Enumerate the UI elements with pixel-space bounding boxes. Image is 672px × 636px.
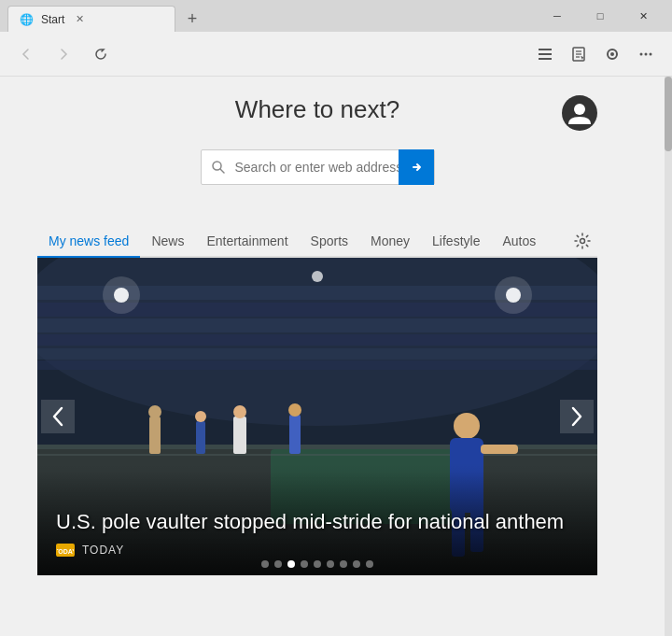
svg-point-27 (312, 271, 323, 282)
content-area: Where to next? (0, 77, 672, 636)
search-icon-wrap (202, 161, 235, 174)
carousel-dots (261, 560, 373, 568)
svg-text:TODAY: TODAY (57, 548, 74, 555)
web-notes-button[interactable] (564, 39, 594, 69)
svg-point-37 (195, 411, 206, 422)
hub-icon (538, 47, 553, 62)
go-icon (410, 161, 423, 174)
refresh-button[interactable] (86, 39, 116, 69)
carousel-dot-9[interactable] (366, 560, 373, 568)
active-tab[interactable]: 🌐 Start ✕ (7, 6, 175, 32)
scrollbar-thumb[interactable] (665, 77, 672, 151)
favorites-icon (605, 47, 620, 62)
nav-bar (0, 32, 672, 77)
news-nav: My news feed News Entertainment Sports M… (37, 226, 597, 258)
carousel-source: TODAY TODAY (56, 544, 579, 557)
svg-line-13 (220, 169, 224, 173)
search-input[interactable] (235, 150, 399, 184)
svg-rect-34 (149, 417, 161, 454)
svg-rect-38 (233, 417, 246, 454)
search-icon (212, 161, 225, 174)
maximize-button[interactable]: □ (579, 0, 622, 32)
carousel-next-button[interactable] (560, 400, 594, 433)
tab-area: 🌐 Start ✕ + (7, 0, 536, 32)
carousel-dot-4[interactable] (301, 560, 308, 568)
svg-rect-22 (37, 360, 597, 370)
page-title: Where to next? (224, 95, 411, 124)
carousel-title: U.S. pole vaulter stopped mid-stride for… (56, 509, 579, 536)
svg-point-7 (610, 52, 614, 56)
nav-item-autos[interactable]: Autos (491, 226, 547, 256)
svg-point-14 (581, 239, 585, 244)
svg-point-39 (233, 405, 246, 418)
carousel-dot-3[interactable] (287, 560, 295, 568)
hub-button[interactable] (530, 39, 560, 69)
avatar-icon (567, 100, 593, 126)
source-name: TODAY (82, 544, 124, 557)
search-go-button[interactable] (399, 149, 434, 185)
svg-point-42 (454, 413, 480, 439)
today-logo: TODAY (57, 544, 74, 557)
page-content: Where to next? (0, 77, 635, 594)
news-carousel: Rio2016 (37, 258, 597, 575)
prev-icon (51, 406, 64, 427)
svg-point-10 (650, 52, 652, 55)
refresh-icon (93, 47, 108, 62)
back-icon (19, 47, 34, 62)
carousel-dot-8[interactable] (353, 560, 360, 568)
svg-point-11 (574, 104, 585, 115)
close-window-button[interactable]: ✕ (622, 0, 665, 32)
svg-point-35 (148, 405, 161, 418)
news-settings-button[interactable] (567, 226, 597, 256)
title-bar: 🌐 Start ✕ + ─ □ ✕ (0, 0, 672, 32)
nav-item-lifestyle[interactable]: Lifestyle (421, 226, 491, 256)
svg-point-26 (495, 276, 532, 314)
favorites-button[interactable] (597, 39, 627, 69)
nav-item-my-news-feed[interactable]: My news feed (37, 226, 140, 258)
svg-rect-36 (196, 421, 205, 454)
carousel-dot-2[interactable] (274, 560, 282, 568)
settings-icon (574, 233, 591, 249)
more-button[interactable] (631, 39, 661, 69)
carousel-prev-button[interactable] (41, 400, 75, 433)
svg-rect-21 (37, 348, 597, 360)
minimize-button[interactable]: ─ (536, 0, 579, 32)
browser-chrome: 🌐 Start ✕ + ─ □ ✕ (0, 0, 672, 77)
next-icon (570, 406, 583, 427)
nav-item-sports[interactable]: Sports (300, 226, 359, 256)
svg-rect-2 (539, 58, 552, 60)
new-tab-button[interactable]: + (179, 6, 205, 32)
svg-rect-1 (539, 53, 552, 55)
forward-button[interactable] (49, 39, 78, 69)
more-icon (638, 47, 653, 62)
source-icon: TODAY (56, 544, 75, 557)
page-header: Where to next? (37, 95, 597, 131)
scrollbar[interactable] (665, 77, 672, 636)
search-bar (201, 149, 435, 185)
svg-rect-19 (37, 318, 597, 332)
svg-point-41 (288, 403, 301, 417)
web-notes-icon (571, 47, 586, 62)
window-controls: ─ □ ✕ (536, 0, 665, 32)
svg-rect-46 (481, 445, 518, 454)
svg-point-8 (640, 52, 643, 55)
carousel-dot-7[interactable] (340, 560, 347, 568)
carousel-dot-6[interactable] (327, 560, 334, 568)
nav-right-icons (530, 39, 661, 69)
user-avatar[interactable] (562, 95, 597, 131)
svg-point-24 (103, 276, 140, 314)
tab-close-button[interactable]: ✕ (72, 12, 87, 27)
back-button[interactable] (11, 39, 41, 69)
carousel-dot-1[interactable] (261, 560, 269, 568)
tab-favicon: 🌐 (20, 13, 34, 26)
nav-item-news[interactable]: News (140, 226, 195, 256)
svg-rect-20 (37, 334, 597, 346)
nav-item-entertainment[interactable]: Entertainment (195, 226, 299, 256)
svg-rect-40 (289, 415, 301, 454)
forward-icon (56, 47, 71, 62)
nav-item-money[interactable]: Money (359, 226, 421, 256)
tab-title: Start (41, 13, 64, 26)
svg-rect-0 (539, 49, 552, 50)
carousel-dot-5[interactable] (314, 560, 321, 568)
svg-point-9 (645, 52, 648, 55)
